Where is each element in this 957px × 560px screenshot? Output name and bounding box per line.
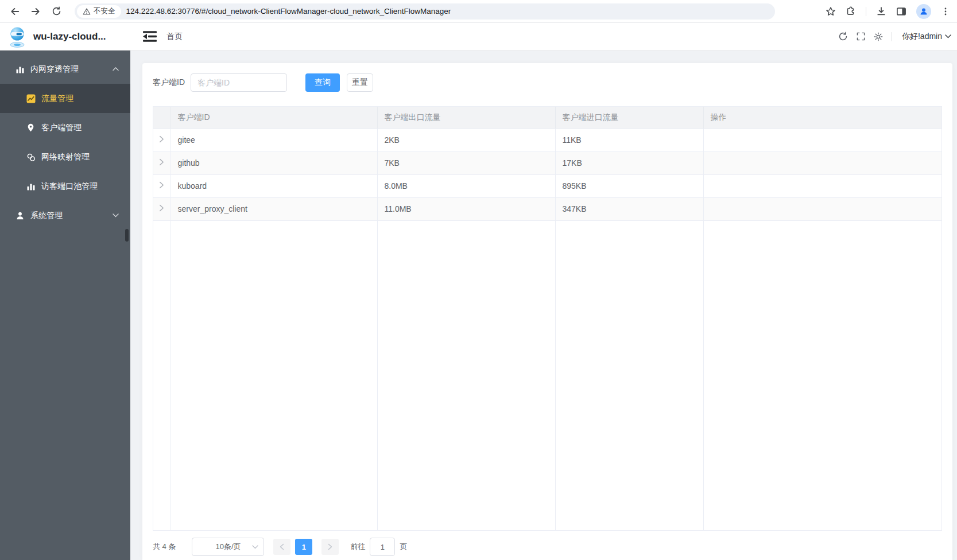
pagination: 共 4 条 10条/页 1 前往 页 bbox=[153, 538, 942, 556]
sidebar-item-visitor-port-pool[interactable]: 访客端口池管理 bbox=[0, 172, 130, 201]
filter-bar: 客户端ID 查询 重置 bbox=[153, 73, 942, 92]
brand: wu-lazy-cloud... bbox=[0, 26, 130, 48]
column-header-actions: 操作 bbox=[703, 107, 941, 129]
download-icon[interactable] bbox=[876, 6, 886, 17]
page-size-select[interactable]: 10条/页 bbox=[192, 538, 264, 556]
page-unit-label: 页 bbox=[400, 542, 407, 552]
chevron-right-icon bbox=[328, 543, 332, 550]
cell-client-id: kuboard bbox=[171, 174, 377, 197]
sidebar-item-client-management[interactable]: 客户端管理 bbox=[0, 113, 130, 142]
sidebar-item-network-mapping[interactable]: 网络映射管理 bbox=[0, 142, 130, 172]
cell-out-flow: 11.0MB bbox=[377, 197, 555, 220]
sidebar-item-flow-management[interactable]: 流量管理 bbox=[0, 84, 130, 113]
current-page-button[interactable]: 1 bbox=[295, 539, 312, 555]
sidebar-item-label: 流量管理 bbox=[41, 94, 73, 104]
expand-column-header bbox=[153, 107, 171, 129]
greeting-text: 你好!admin bbox=[902, 32, 942, 42]
chevron-right-icon bbox=[159, 135, 164, 143]
app-header: wu-lazy-cloud... 首页 你好!admin bbox=[0, 23, 957, 50]
sidebar-item-label: 访客端口池管理 bbox=[41, 181, 98, 192]
sidebar-item-label: 客户端管理 bbox=[41, 123, 82, 133]
flow-chart-icon bbox=[26, 94, 36, 103]
user-icon bbox=[16, 211, 25, 220]
chevron-down-icon bbox=[252, 545, 258, 549]
cell-client-id: github bbox=[171, 151, 377, 174]
breadcrumb[interactable]: 首页 bbox=[166, 32, 183, 42]
column-header-client-id: 客户端ID bbox=[171, 107, 377, 129]
sidebar-scrollbar-thumb[interactable] bbox=[125, 229, 129, 242]
flow-table: 客户端ID 客户端出口流量 客户端进口流量 操作 gitee 2KB 11KB bbox=[153, 106, 942, 531]
cell-out-flow: 8.0MB bbox=[377, 174, 555, 197]
cell-actions bbox=[703, 197, 941, 220]
app-title: wu-lazy-cloud... bbox=[33, 31, 106, 42]
forward-icon[interactable] bbox=[29, 5, 42, 18]
cell-in-flow: 895KB bbox=[555, 174, 703, 197]
chevron-right-icon bbox=[159, 158, 164, 166]
bar-chart-icon bbox=[16, 65, 25, 74]
chevron-down-icon bbox=[113, 213, 119, 217]
goto-label: 前往 bbox=[350, 542, 365, 552]
table-header-row: 客户端ID 客户端出口流量 客户端进口流量 操作 bbox=[153, 107, 941, 129]
person-icon bbox=[919, 7, 928, 16]
sidebar-item-label: 网络映射管理 bbox=[41, 152, 90, 162]
sidebar: 内网穿透管理 流量管理 客户端管理 网络映射管理 访客端口池管理 系统管理 bbox=[0, 50, 130, 560]
page-size-value: 10条/页 bbox=[215, 542, 241, 552]
app-logo bbox=[7, 26, 27, 48]
column-header-out-flow: 客户端出口流量 bbox=[377, 107, 555, 129]
extensions-icon[interactable] bbox=[846, 6, 856, 17]
profile-avatar[interactable] bbox=[916, 4, 931, 19]
content-card: 客户端ID 查询 重置 客户端ID 客户端出口流量 客户端进口流量 操作 bbox=[142, 63, 952, 560]
back-icon[interactable] bbox=[8, 5, 22, 18]
reload-icon[interactable] bbox=[49, 5, 63, 18]
table-row: server_proxy_client 11.0MB 347KB bbox=[153, 197, 941, 220]
chevron-down-icon bbox=[945, 34, 951, 38]
link-icon bbox=[26, 153, 36, 162]
warning-icon bbox=[83, 7, 91, 15]
refresh-icon[interactable] bbox=[838, 32, 848, 41]
cell-out-flow: 7KB bbox=[377, 151, 555, 174]
expand-cell[interactable] bbox=[153, 174, 171, 197]
reset-button[interactable]: 重置 bbox=[347, 73, 373, 92]
location-pin-icon bbox=[26, 123, 35, 133]
fullscreen-icon[interactable] bbox=[857, 32, 865, 41]
expand-cell[interactable] bbox=[153, 197, 171, 220]
bookmark-star-icon[interactable] bbox=[826, 6, 836, 17]
table-row: gitee 2KB 11KB bbox=[153, 129, 941, 151]
url-text[interactable]: 124.222.48.62:30776/#/cloud_network-Clie… bbox=[126, 7, 451, 15]
next-page-button[interactable] bbox=[321, 539, 339, 555]
table-filler-row bbox=[153, 220, 941, 530]
chrome-menu-icon[interactable] bbox=[941, 7, 950, 16]
cell-actions bbox=[703, 174, 941, 197]
query-button[interactable]: 查询 bbox=[305, 73, 340, 92]
security-chip[interactable]: 不安全 bbox=[77, 5, 121, 18]
browser-toolbar: 不安全 124.222.48.62:30776/#/cloud_network-… bbox=[0, 0, 957, 23]
total-count: 共 4 条 bbox=[153, 542, 176, 552]
security-label: 不安全 bbox=[94, 6, 115, 16]
sidebar-group-label: 内网穿透管理 bbox=[30, 64, 79, 75]
sidebar-collapse-icon[interactable] bbox=[142, 30, 157, 42]
expand-cell[interactable] bbox=[153, 129, 171, 151]
chevron-right-icon bbox=[159, 204, 164, 212]
cell-client-id: server_proxy_client bbox=[171, 197, 377, 220]
prev-page-button[interactable] bbox=[273, 539, 290, 555]
cell-in-flow: 347KB bbox=[555, 197, 703, 220]
column-header-in-flow: 客户端进口流量 bbox=[555, 107, 703, 129]
side-panel-icon[interactable] bbox=[896, 6, 906, 17]
expand-cell[interactable] bbox=[153, 151, 171, 174]
cell-out-flow: 2KB bbox=[377, 129, 555, 151]
goto-page-input[interactable] bbox=[370, 538, 395, 556]
table-row: kuboard 8.0MB 895KB bbox=[153, 174, 941, 197]
user-menu[interactable]: 你好!admin bbox=[902, 32, 951, 42]
cell-actions bbox=[703, 151, 941, 174]
bar-chart-icon bbox=[26, 182, 36, 191]
address-bar[interactable]: 不安全 124.222.48.62:30776/#/cloud_network-… bbox=[75, 3, 775, 20]
cell-client-id: gitee bbox=[171, 129, 377, 151]
client-id-input[interactable] bbox=[191, 73, 287, 92]
theme-icon[interactable] bbox=[874, 32, 883, 41]
cell-actions bbox=[703, 129, 941, 151]
main-content: 客户端ID 查询 重置 客户端ID 客户端出口流量 客户端进口流量 操作 bbox=[130, 50, 957, 560]
header-divider bbox=[892, 32, 892, 41]
sidebar-group-intranet[interactable]: 内网穿透管理 bbox=[0, 55, 130, 84]
toolbar-divider bbox=[866, 7, 866, 16]
sidebar-group-system[interactable]: 系统管理 bbox=[0, 201, 130, 230]
